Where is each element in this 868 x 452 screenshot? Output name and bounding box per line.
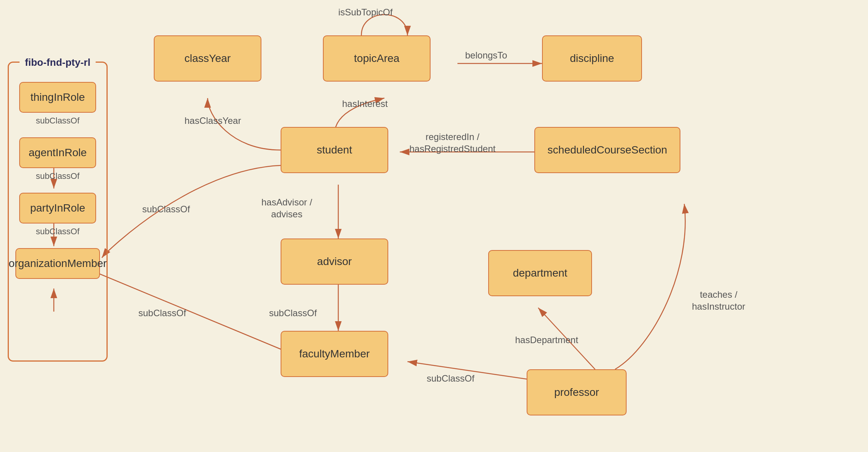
node-department: department <box>488 250 592 296</box>
edge-label-subclassof-3: subClassOf <box>36 227 80 237</box>
edge-label-teaches: teaches /hasInstructor <box>692 289 745 312</box>
svg-line-6 <box>88 269 292 354</box>
edge-label-hasDepartment: hasDepartment <box>515 335 578 345</box>
edge-label-hasClassYear: hasClassYear <box>185 115 241 126</box>
diagram-container: fibo-fnd-pty-rl thingInRole subClassOf a… <box>0 0 868 452</box>
svg-line-5 <box>538 308 595 369</box>
edge-label-hasInterest: hasInterest <box>342 98 388 109</box>
edge-label-hasAdvisor: hasAdvisor /advises <box>261 196 312 220</box>
node-professor: professor <box>527 369 627 415</box>
edge-label-isSubTopicOf: isSubTopicOf <box>338 7 392 18</box>
node-facultyMember: facultyMember <box>281 331 388 377</box>
node-student: student <box>281 127 388 173</box>
node-topicArea: topicArea <box>323 35 431 82</box>
edge-label-subClassOf-student-party: subClassOf <box>142 204 190 215</box>
node-advisor: advisor <box>281 239 388 285</box>
node-discipline: discipline <box>542 35 642 82</box>
edge-label-registeredIn: registeredIn /hasRegistredStudent <box>409 131 496 155</box>
edge-label-subClassOf-prof-faculty: subClassOf <box>427 373 474 384</box>
edge-label-subclassof-1: subClassOf <box>36 116 80 126</box>
edge-label-subclassof-2: subClassOf <box>36 171 80 181</box>
edge-label-subClassOf-faculty-party: subClassOf <box>138 308 186 319</box>
arrows-svg <box>0 0 868 452</box>
node-scheduledCourseSection: scheduledCourseSection <box>534 127 680 173</box>
node-organizationMember: organizationMember <box>15 248 100 279</box>
sidebar-box: fibo-fnd-pty-rl thingInRole subClassOf a… <box>8 62 108 362</box>
edge-label-subClassOf-advisor: subClassOf <box>269 308 317 319</box>
node-classYear: classYear <box>154 35 261 82</box>
node-thingInRole: thingInRole <box>19 82 96 113</box>
node-partyInRole: partyInRole <box>19 193 96 223</box>
node-agentInRole: agentInRole <box>19 137 96 168</box>
sidebar-title: fibo-fnd-pty-rl <box>20 55 96 70</box>
edge-label-belongsTo: belongsTo <box>465 50 507 61</box>
